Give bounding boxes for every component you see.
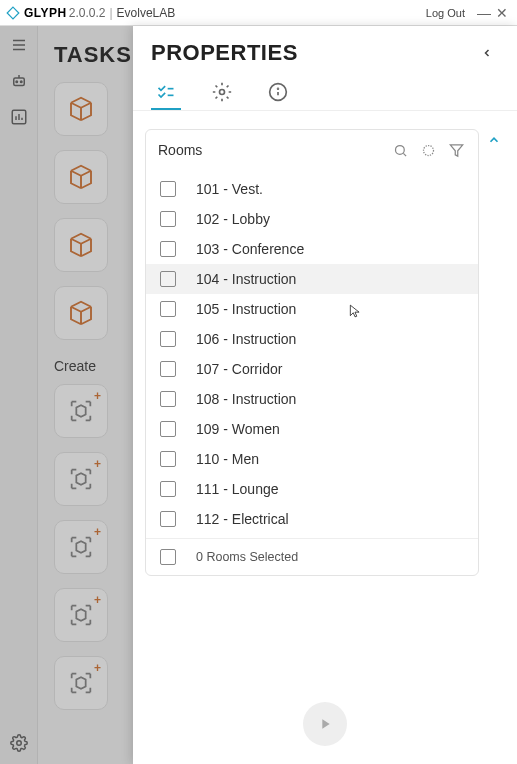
room-checkbox[interactable] [160, 391, 176, 407]
title-bar: GLYPH 2.0.0.2 | EvolveLAB Log Out — ✕ [0, 0, 517, 26]
room-row[interactable]: 106 - Instruction [146, 324, 478, 354]
room-checkbox[interactable] [160, 271, 176, 287]
title-divider: | [109, 6, 112, 20]
tab-settings[interactable] [207, 76, 237, 110]
tab-checklist[interactable] [151, 76, 181, 110]
svg-point-17 [278, 88, 279, 89]
room-row[interactable]: 102 - Lobby [146, 204, 478, 234]
minimize-button[interactable]: — [475, 5, 493, 21]
room-list[interactable]: 101 - Vest.102 - Lobby103 - Conference10… [146, 170, 478, 538]
app-version: 2.0.0.2 [69, 6, 106, 20]
room-checkbox[interactable] [160, 511, 176, 527]
section-name: Rooms [158, 142, 382, 158]
room-checkbox[interactable] [160, 331, 176, 347]
target-icon[interactable] [418, 140, 438, 160]
chevron-left-icon[interactable] [475, 41, 499, 65]
room-checkbox[interactable] [160, 421, 176, 437]
room-label: 110 - Men [196, 451, 259, 467]
panel-title: PROPERTIES [151, 40, 475, 66]
search-icon[interactable] [390, 140, 410, 160]
svg-line-19 [403, 153, 406, 156]
play-button[interactable] [303, 702, 347, 746]
svg-point-20 [423, 145, 433, 155]
company-name: EvolveLAB [117, 6, 176, 20]
room-row[interactable]: 107 - Corridor [146, 354, 478, 384]
room-checkbox[interactable] [160, 211, 176, 227]
room-checkbox[interactable] [160, 361, 176, 377]
chevron-up-icon[interactable] [483, 129, 505, 151]
room-row[interactable]: 109 - Women [146, 414, 478, 444]
room-label: 107 - Corridor [196, 361, 282, 377]
room-label: 103 - Conference [196, 241, 304, 257]
section-footer: 0 Rooms Selected [146, 538, 478, 575]
room-row[interactable]: 105 - Instruction [146, 294, 478, 324]
room-label: 105 - Instruction [196, 301, 296, 317]
selection-count: 0 Rooms Selected [196, 550, 298, 564]
room-label: 104 - Instruction [196, 271, 296, 287]
room-label: 108 - Instruction [196, 391, 296, 407]
room-row[interactable]: 111 - Lounge [146, 474, 478, 504]
room-row[interactable]: 103 - Conference [146, 234, 478, 264]
room-checkbox[interactable] [160, 181, 176, 197]
svg-marker-22 [322, 719, 329, 728]
room-label: 111 - Lounge [196, 481, 279, 497]
logout-link[interactable]: Log Out [426, 7, 465, 19]
room-checkbox[interactable] [160, 301, 176, 317]
room-checkbox[interactable] [160, 481, 176, 497]
select-all-checkbox[interactable] [160, 549, 176, 565]
panel-tabs [133, 70, 517, 111]
tab-info[interactable] [263, 76, 293, 110]
svg-marker-21 [450, 144, 463, 155]
svg-point-18 [395, 145, 404, 154]
close-button[interactable]: ✕ [493, 5, 511, 21]
room-label: 102 - Lobby [196, 211, 270, 227]
svg-point-14 [220, 90, 225, 95]
room-row[interactable]: 104 - Instruction [146, 264, 478, 294]
room-row[interactable]: 110 - Men [146, 444, 478, 474]
room-checkbox[interactable] [160, 241, 176, 257]
filter-icon[interactable] [446, 140, 466, 160]
app-logo-icon [6, 6, 20, 20]
room-row[interactable]: 101 - Vest. [146, 174, 478, 204]
room-label: 109 - Women [196, 421, 280, 437]
room-label: 101 - Vest. [196, 181, 263, 197]
rooms-section: Rooms 101 - Vest.102 - Lobby103 - Confer… [145, 129, 479, 576]
room-checkbox[interactable] [160, 451, 176, 467]
room-row[interactable]: 108 - Instruction [146, 384, 478, 414]
room-row[interactable]: 112 - Electrical [146, 504, 478, 534]
room-label: 112 - Electrical [196, 511, 289, 527]
room-label: 106 - Instruction [196, 331, 296, 347]
app-name: GLYPH [24, 6, 67, 20]
properties-panel: PROPERTIES Rooms 101 - Vest.102 - Lobby1… [133, 26, 517, 764]
